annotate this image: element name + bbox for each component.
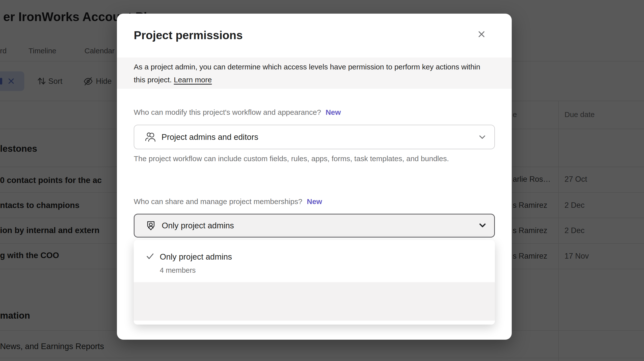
new-badge: New <box>307 197 322 206</box>
option-subtitle: 4 members <box>160 266 196 274</box>
close-icon <box>477 30 486 39</box>
membership-question-text: Who can share and manage project members… <box>134 197 302 206</box>
learn-more-link[interactable]: Learn more <box>174 76 212 84</box>
chevron-down-icon <box>478 223 487 228</box>
option-title: Only project admins <box>160 252 232 262</box>
membership-question-label: Who can share and manage project members… <box>134 197 322 206</box>
menu-option-only-project-admins[interactable]: Only project admins 4 members <box>134 240 495 282</box>
new-badge: New <box>326 108 341 116</box>
check-icon <box>146 252 154 261</box>
close-button[interactable] <box>475 28 488 41</box>
workflow-question-text: Who can modify this project's workflow a… <box>134 108 321 116</box>
workflow-permission-dropdown[interactable]: Project admins and editors <box>134 125 495 149</box>
intro-text: As a project admin, you can determine wh… <box>134 61 488 86</box>
menu-option-project-admins-and-editors[interactable]: Project admins and editors 4 members <box>134 282 495 320</box>
workflow-helper-text: The project workflow can include custom … <box>134 153 488 165</box>
workflow-question-label: Who can modify this project's workflow a… <box>134 108 341 117</box>
membership-permission-dropdown[interactable]: Only project admins <box>134 214 495 237</box>
people-icon <box>145 131 156 143</box>
intro-banner: As a project admin, you can determine wh… <box>117 58 512 89</box>
membership-dropdown-menu: Only project admins 4 members Project ad… <box>134 240 495 324</box>
app-root: er IronWorks Account Plan rd Timeline Ca… <box>0 0 644 361</box>
project-permissions-modal: Project permissions As a project admin, … <box>117 14 512 340</box>
chevron-down-icon <box>478 134 486 140</box>
shield-person-icon <box>145 220 157 232</box>
membership-dropdown-value: Only project admins <box>162 221 234 230</box>
workflow-dropdown-value: Project admins and editors <box>162 132 258 142</box>
modal-title: Project permissions <box>134 29 243 42</box>
